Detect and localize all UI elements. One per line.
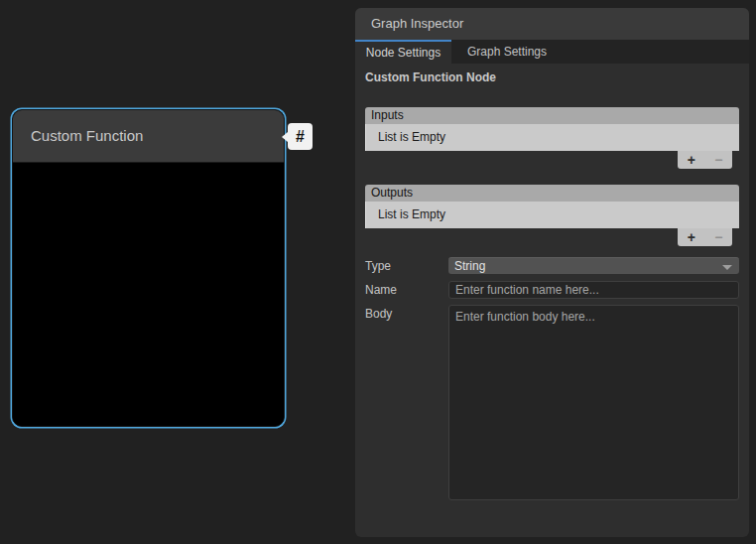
panel-header[interactable]: Graph Inspector bbox=[355, 8, 749, 40]
outputs-list: Outputs List is Empty + − bbox=[365, 185, 739, 246]
outputs-list-footer: + − bbox=[365, 228, 739, 246]
panel-title: Graph Inspector bbox=[371, 16, 463, 31]
inspector-tabbar: Node Settings Graph Settings bbox=[355, 40, 749, 64]
badge-tail-icon bbox=[282, 132, 288, 142]
custom-function-node[interactable]: Custom Function bbox=[12, 109, 285, 427]
body-label: Body bbox=[365, 305, 448, 321]
node-hash-badge[interactable]: # bbox=[288, 123, 313, 150]
chevron-down-icon bbox=[722, 265, 732, 270]
type-dropdown-value: String bbox=[454, 259, 485, 273]
inputs-list-header: Inputs bbox=[365, 107, 739, 124]
function-name-input[interactable] bbox=[448, 281, 739, 299]
tab-graph-settings[interactable]: Graph Settings bbox=[451, 40, 563, 64]
badge-label: # bbox=[296, 128, 305, 146]
outputs-remove-button[interactable]: − bbox=[714, 229, 722, 245]
inputs-add-button[interactable]: + bbox=[688, 152, 695, 168]
inputs-remove-button[interactable]: − bbox=[714, 152, 722, 168]
outputs-list-empty-row[interactable]: List is Empty bbox=[365, 202, 739, 228]
tab-node-settings[interactable]: Node Settings bbox=[355, 40, 451, 64]
inputs-list: Inputs List is Empty + − bbox=[365, 107, 739, 169]
graph-inspector-panel: Graph Inspector Node Settings Graph Sett… bbox=[355, 8, 749, 537]
inputs-list-empty-row[interactable]: List is Empty bbox=[365, 124, 739, 151]
inputs-list-footer: + − bbox=[365, 151, 739, 169]
inspector-content: Custom Function Node Inputs List is Empt… bbox=[355, 70, 749, 500]
outputs-add-button[interactable]: + bbox=[688, 229, 695, 245]
type-label: Type bbox=[365, 259, 448, 273]
outputs-list-header: Outputs bbox=[365, 185, 739, 202]
name-row: Name bbox=[365, 281, 739, 299]
type-dropdown[interactable]: String bbox=[448, 257, 739, 274]
section-title: Custom Function Node bbox=[365, 70, 739, 84]
type-row: Type String bbox=[365, 257, 739, 274]
name-label: Name bbox=[365, 283, 448, 297]
field-rows: Type String Name Body bbox=[365, 257, 739, 500]
node-title[interactable]: Custom Function bbox=[13, 110, 284, 163]
function-body-textarea[interactable] bbox=[448, 305, 739, 500]
body-row: Body bbox=[365, 305, 739, 500]
node-preview-body bbox=[13, 163, 284, 426]
